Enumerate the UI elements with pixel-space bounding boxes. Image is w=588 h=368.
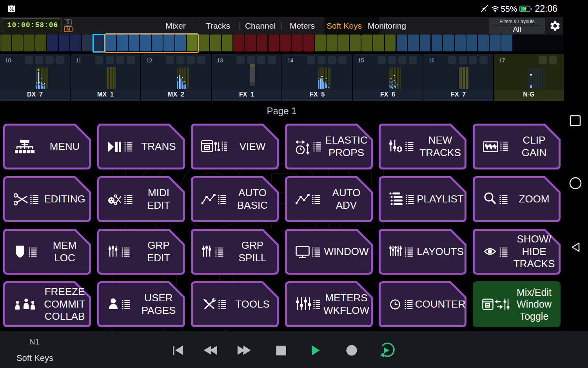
svg-text:31: 31 — [9, 7, 14, 11]
